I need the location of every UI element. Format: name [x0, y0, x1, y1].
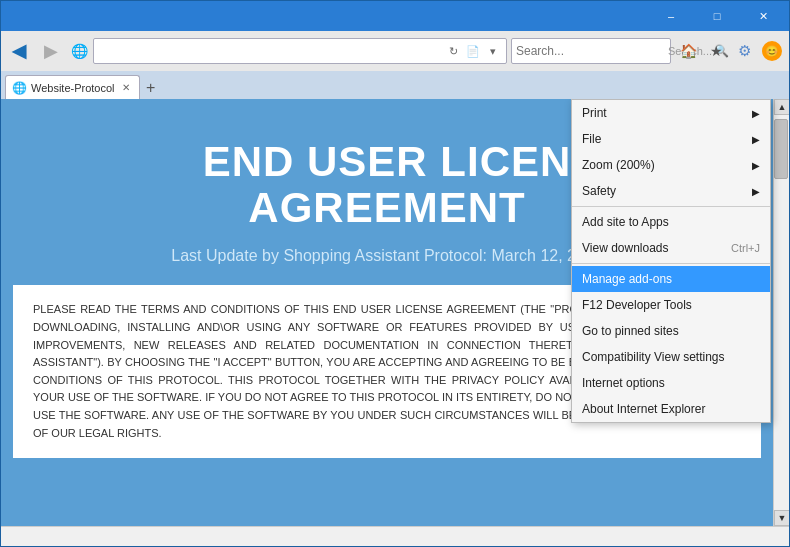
- nav-bar: ◀ ▶ 🌐 ↻ 📄 ▾ Search... 🔍 🏠 ★ ⚙ 😊: [1, 31, 789, 71]
- page-info-button[interactable]: 📄: [464, 42, 482, 60]
- menu-item-label: View downloads: [582, 241, 731, 255]
- refresh-button[interactable]: ↻: [444, 42, 462, 60]
- scroll-track[interactable]: [774, 115, 789, 510]
- menu-item-label: Safety: [582, 184, 752, 198]
- tab-close-button[interactable]: ✕: [119, 81, 133, 95]
- menu-divider: [572, 206, 770, 207]
- menu-item-label: F12 Developer Tools: [582, 298, 760, 312]
- browser-window: – □ ✕ ◀ ▶ 🌐 ↻ 📄 ▾ Search... 🔍 🏠: [0, 0, 790, 547]
- menu-item-label: Compatibility View settings: [582, 350, 760, 364]
- search-bar[interactable]: Search... 🔍: [511, 38, 671, 64]
- menu-item-arrow: ▶: [752, 160, 760, 171]
- menu-item-print[interactable]: Print▶: [572, 100, 770, 126]
- menu-item-label: Manage add-ons: [582, 272, 760, 286]
- back-button[interactable]: ◀: [5, 37, 33, 65]
- menu-item-view-downloads[interactable]: View downloadsCtrl+J: [572, 235, 770, 261]
- forward-button[interactable]: ▶: [37, 37, 65, 65]
- menu-divider: [572, 263, 770, 264]
- menu-item-safety[interactable]: Safety▶: [572, 178, 770, 204]
- close-button[interactable]: ✕: [741, 5, 785, 27]
- toolbar-icons: 🏠 ★ ⚙ 😊: [675, 38, 785, 64]
- tab-label: Website-Protocol: [31, 82, 115, 94]
- active-tab[interactable]: 🌐 Website-Protocol ✕: [5, 75, 140, 99]
- menu-item-f12-developer-tools[interactable]: F12 Developer Tools: [572, 292, 770, 318]
- user-button[interactable]: 😊: [759, 38, 785, 64]
- dropdown-arrow-button[interactable]: ▾: [484, 42, 502, 60]
- vertical-scrollbar: ▲ ▼: [773, 99, 789, 526]
- home-button[interactable]: 🏠: [675, 38, 701, 64]
- menu-item-label: Print: [582, 106, 752, 120]
- menu-item-label: Add site to Apps: [582, 215, 760, 229]
- menu-item-label: File: [582, 132, 752, 146]
- status-bar: [1, 526, 789, 546]
- scroll-down-button[interactable]: ▼: [774, 510, 789, 526]
- window-controls: – □ ✕: [649, 5, 785, 27]
- menu-item-label: Go to pinned sites: [582, 324, 760, 338]
- content-area: END USER LICEN AGREEMENT Last Update by …: [1, 99, 789, 526]
- menu-item-shortcut: Ctrl+J: [731, 242, 760, 254]
- menu-item-arrow: ▶: [752, 134, 760, 145]
- menu-item-compatibility-view-settings[interactable]: Compatibility View settings: [572, 344, 770, 370]
- search-input[interactable]: [516, 44, 666, 58]
- menu-item-internet-options[interactable]: Internet options: [572, 370, 770, 396]
- tab-bar: 🌐 Website-Protocol ✕ +: [1, 71, 789, 99]
- scroll-thumb[interactable]: [774, 119, 788, 179]
- favorites-button[interactable]: ★: [703, 38, 729, 64]
- page-favicon: 🌐: [69, 41, 89, 61]
- scroll-up-button[interactable]: ▲: [774, 99, 789, 115]
- menu-item-label: Zoom (200%): [582, 158, 752, 172]
- menu-item-about-internet-explorer[interactable]: About Internet Explorer: [572, 396, 770, 422]
- restore-button[interactable]: □: [695, 5, 739, 27]
- menu-item-add-site-to-apps[interactable]: Add site to Apps: [572, 209, 770, 235]
- menu-item-label: About Internet Explorer: [582, 402, 760, 416]
- settings-button[interactable]: ⚙: [731, 38, 757, 64]
- minimize-button[interactable]: –: [649, 5, 693, 27]
- tab-favicon: 🌐: [12, 81, 27, 95]
- address-icons: ↻ 📄 ▾: [444, 42, 502, 60]
- menu-item-file[interactable]: File▶: [572, 126, 770, 152]
- menu-item-arrow: ▶: [752, 186, 760, 197]
- menu-item-go-to-pinned-sites[interactable]: Go to pinned sites: [572, 318, 770, 344]
- menu-item-label: Internet options: [582, 376, 760, 390]
- address-bar[interactable]: ↻ 📄 ▾: [93, 38, 507, 64]
- menu-item-manage-add-ons[interactable]: Manage add-ons: [572, 266, 770, 292]
- context-menu: Print▶File▶Zoom (200%)▶Safety▶Add site t…: [571, 99, 771, 423]
- new-tab-button[interactable]: +: [140, 77, 162, 99]
- address-input[interactable]: [98, 44, 440, 58]
- title-bar: – □ ✕: [1, 1, 789, 31]
- menu-item-arrow: ▶: [752, 108, 760, 119]
- menu-item-zoom-(200%)[interactable]: Zoom (200%)▶: [572, 152, 770, 178]
